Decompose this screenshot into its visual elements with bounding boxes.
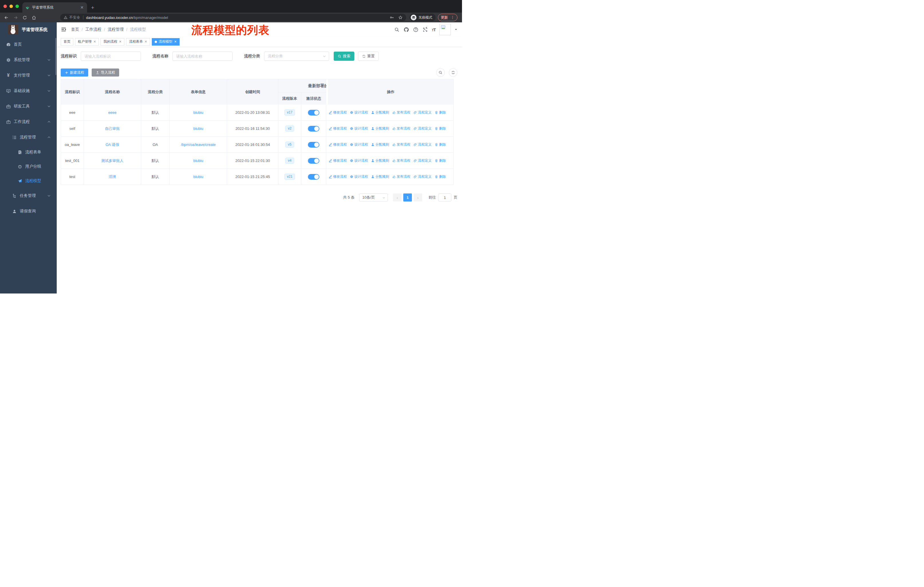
version-badge[interactable]: v5 bbox=[285, 142, 294, 148]
refresh-table-button[interactable] bbox=[449, 68, 457, 77]
tag-my-process[interactable]: 我的流程 ✕ bbox=[101, 38, 124, 46]
tag-home[interactable]: 首页 bbox=[61, 38, 73, 46]
browser-menu-dots-icon[interactable] bbox=[450, 15, 455, 20]
action-definition-link[interactable]: 流程定义 bbox=[413, 142, 432, 147]
search-icon[interactable] bbox=[394, 26, 400, 32]
version-badge[interactable]: v2 bbox=[285, 126, 294, 132]
tag-close-icon[interactable]: ✕ bbox=[144, 40, 147, 43]
minimize-window-button[interactable] bbox=[10, 5, 13, 8]
action-assign-link[interactable]: 分配规则 bbox=[371, 142, 389, 147]
home-icon[interactable] bbox=[30, 14, 37, 21]
sidebar-item-infrastructure[interactable]: 基础设施 bbox=[0, 83, 57, 99]
toggle-search-button[interactable] bbox=[436, 68, 445, 77]
action-delete-link[interactable]: 删除 bbox=[434, 174, 446, 179]
sidebar-item-home[interactable]: 首页 bbox=[0, 37, 57, 52]
help-icon[interactable] bbox=[413, 26, 419, 32]
prev-page-button[interactable]: ‹ bbox=[393, 193, 402, 202]
action-delete-link[interactable]: 删除 bbox=[434, 158, 446, 163]
action-design-link[interactable]: 设计流程 bbox=[350, 174, 368, 179]
sidebar-item-payment[interactable]: ¥ 支付管理 bbox=[0, 68, 57, 83]
sidebar-item-process-manage[interactable]: 流程管理 bbox=[0, 129, 57, 145]
back-icon[interactable] bbox=[3, 14, 10, 21]
sidebar-logo[interactable]: 芋道管理系统 bbox=[0, 22, 57, 37]
reset-button[interactable]: 重置 bbox=[358, 51, 379, 61]
action-publish-link[interactable]: 发布流程 bbox=[392, 174, 411, 179]
zoom-window-button[interactable] bbox=[15, 5, 19, 8]
form-info-link[interactable]: biubiu bbox=[193, 175, 203, 179]
action-definition-link[interactable]: 流程定义 bbox=[413, 126, 432, 131]
active-toggle[interactable] bbox=[308, 158, 319, 164]
process-name-link[interactable]: 自己审批 bbox=[105, 126, 120, 131]
tag-close-icon[interactable]: ✕ bbox=[119, 40, 121, 43]
action-definition-link[interactable]: 流程定义 bbox=[413, 158, 432, 163]
browser-update-button[interactable]: 更新 bbox=[438, 14, 457, 21]
address-bar[interactable]: 不安全 dashboard.yudao.iocoder.cn /bpm/mana… bbox=[60, 14, 406, 21]
sidebar-item-system[interactable]: 系统管理 bbox=[0, 52, 57, 68]
action-design-link[interactable]: 设计流程 bbox=[350, 158, 368, 163]
sidebar-item-task-manage[interactable]: 任务管理 bbox=[0, 188, 57, 203]
create-process-button[interactable]: 新建流程 bbox=[61, 68, 88, 76]
sidebar-item-process-form[interactable]: 流程表单 bbox=[0, 145, 57, 159]
import-process-button[interactable]: 导入流程 bbox=[92, 68, 119, 76]
version-badge[interactable]: v17 bbox=[284, 109, 295, 116]
sidebar-item-workflow[interactable]: 工作流程 bbox=[0, 114, 57, 129]
action-assign-link[interactable]: 分配规则 bbox=[371, 126, 389, 131]
form-info-link[interactable]: biubiu bbox=[193, 126, 203, 131]
action-delete-link[interactable]: 删除 bbox=[434, 110, 446, 115]
sidebar-fold-icon[interactable] bbox=[61, 26, 66, 32]
page-size-select[interactable]: 10条/页 bbox=[359, 193, 388, 202]
process-name-link[interactable]: 测试多审批人 bbox=[101, 158, 124, 164]
action-edit-link[interactable]: 修改流程 bbox=[328, 110, 347, 115]
github-icon[interactable] bbox=[404, 26, 409, 32]
action-publish-link[interactable]: 发布流程 bbox=[392, 126, 411, 131]
action-design-link[interactable]: 设计流程 bbox=[350, 126, 368, 131]
action-publish-link[interactable]: 发布流程 bbox=[392, 142, 411, 147]
page-number-current[interactable]: 1 bbox=[403, 193, 412, 202]
process-key-input[interactable] bbox=[81, 51, 141, 61]
action-assign-link[interactable]: 分配规则 bbox=[371, 174, 389, 179]
form-info-link[interactable]: biubiu bbox=[193, 159, 203, 163]
process-name-link[interactable]: 滔博 bbox=[109, 174, 116, 179]
action-delete-link[interactable]: 删除 bbox=[434, 142, 446, 147]
tag-process-model[interactable]: 流程模型 ✕ bbox=[152, 38, 180, 46]
sidebar-item-dev-tools[interactable]: 研发工具 bbox=[0, 99, 57, 114]
active-toggle[interactable] bbox=[308, 110, 319, 116]
action-publish-link[interactable]: 发布流程 bbox=[392, 110, 411, 115]
form-info-link[interactable]: biubiu bbox=[193, 110, 203, 115]
action-assign-link[interactable]: 分配规则 bbox=[371, 110, 389, 115]
avatar[interactable] bbox=[439, 24, 451, 35]
search-button[interactable]: 搜索 bbox=[334, 51, 354, 61]
password-key-icon[interactable] bbox=[389, 15, 394, 20]
action-edit-link[interactable]: 修改流程 bbox=[328, 126, 347, 131]
breadcrumb-process-manage[interactable]: 流程管理 bbox=[108, 27, 124, 32]
chevron-down-icon[interactable] bbox=[455, 28, 457, 31]
active-toggle[interactable] bbox=[308, 126, 319, 132]
action-edit-link[interactable]: 修改流程 bbox=[328, 158, 347, 163]
tag-close-icon[interactable]: ✕ bbox=[174, 40, 177, 43]
sidebar-item-leave-query[interactable]: 请假查询 bbox=[0, 203, 57, 219]
active-toggle[interactable] bbox=[308, 174, 319, 180]
version-badge[interactable]: v4 bbox=[285, 158, 294, 164]
active-toggle[interactable] bbox=[308, 142, 319, 147]
close-window-button[interactable] bbox=[3, 5, 7, 8]
action-definition-link[interactable]: 流程定义 bbox=[413, 174, 432, 179]
new-tab-button[interactable]: + bbox=[91, 5, 94, 10]
forward-icon[interactable] bbox=[12, 14, 19, 21]
sidebar-item-user-group[interactable]: 用户分组 bbox=[0, 159, 57, 174]
sidebar-item-process-model[interactable]: 流程模型 bbox=[0, 174, 57, 188]
bookmark-star-icon[interactable] bbox=[398, 15, 403, 20]
action-definition-link[interactable]: 流程定义 bbox=[413, 110, 432, 115]
form-info-link[interactable]: /bpm/oa/leave/create bbox=[181, 142, 216, 147]
tag-close-icon[interactable]: ✕ bbox=[93, 40, 96, 43]
fullscreen-icon[interactable] bbox=[422, 26, 428, 32]
action-assign-link[interactable]: 分配规则 bbox=[371, 158, 389, 163]
breadcrumb-home[interactable]: 首页 bbox=[71, 27, 79, 32]
version-badge[interactable]: v21 bbox=[284, 174, 295, 180]
sidebar-scrollbar[interactable] bbox=[55, 38, 56, 75]
process-name-link[interactable]: eeee bbox=[108, 110, 117, 115]
action-publish-link[interactable]: 发布流程 bbox=[392, 158, 411, 163]
tag-process-form[interactable]: 流程表单 ✕ bbox=[126, 38, 150, 46]
reload-icon[interactable] bbox=[21, 14, 28, 21]
action-edit-link[interactable]: 修改流程 bbox=[328, 174, 347, 179]
breadcrumb-workflow[interactable]: 工作流程 bbox=[85, 27, 101, 32]
